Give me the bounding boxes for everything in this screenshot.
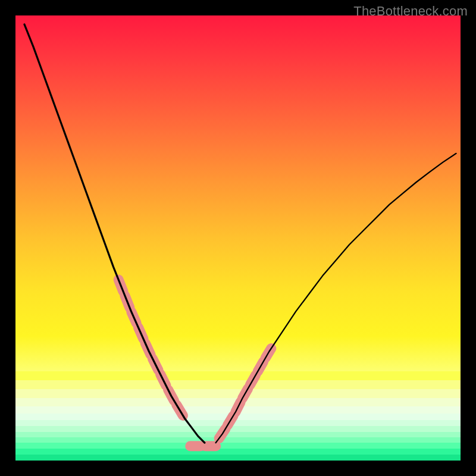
curve-overlay: [15, 15, 461, 461]
chart-root: TheBottleneck.com: [0, 0, 476, 476]
left-curve: [24, 24, 205, 443]
right-curve: [216, 154, 456, 443]
plot-area: [15, 15, 461, 461]
